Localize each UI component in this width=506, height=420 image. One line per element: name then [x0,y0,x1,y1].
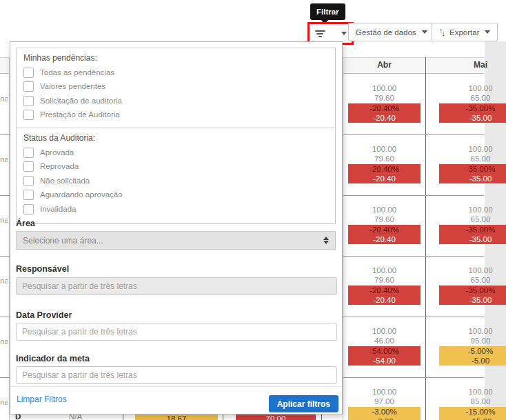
cell-value: -35.00% [439,164,506,174]
cell-value: -20.40% [348,286,421,295]
cell-value: -3.00 [348,417,421,420]
data-management-button[interactable]: Gestão de dados [348,23,435,41]
cell-value: 79.60 [343,214,425,224]
checkbox-aprovada[interactable]: Aprovada [23,147,328,158]
checkbox-nao-solicitada[interactable]: Não solicitada [23,175,328,186]
table-cell[interactable]: 100.0079.60-20.40%-20.40 [343,256,425,317]
column-header: Mai [427,60,506,70]
variance-badge: -20.40%-20.40 [348,286,421,305]
table-cell[interactable]: 100.0079.60-20.40%-20.40 [343,134,425,195]
checkbox[interactable] [23,176,34,186]
table-cell[interactable]: 100.0079.60-20.40%-20.40 [343,74,425,134]
table-cell[interactable]: 100.0095.00-5.00%-5.00 [427,317,506,377]
cell-value: 100.00 [427,387,506,397]
goal-indicator-label: Indicador da meta [16,354,90,363]
checkbox-valores-pendentes[interactable]: Valores pendentes [23,81,328,92]
table-cell[interactable]: 100.0065.00-35.00%-35.00 [427,74,506,134]
cell-value: -20.40 [348,174,421,183]
cell-value: 79.60 [343,154,425,163]
column-header: Abr [343,60,425,70]
cell-value: 100.00 [343,387,425,397]
row-label-fragment: na [0,94,8,103]
goal-indicator-input[interactable] [16,366,337,384]
row-label-fragment: na [0,216,8,225]
checkbox-invalidada[interactable]: Invalidada [23,203,328,214]
cell-value: 65.00 [427,154,506,163]
cell-value: 100.00 [427,83,506,93]
cell-value: -35.00 [439,174,506,183]
checkbox[interactable] [23,204,34,214]
table-cell[interactable]: 100.0046.00-54.00%-54.00 [343,317,425,377]
cell-value: -35.00% [439,225,506,234]
checkbox-solicitacao-de-auditoria[interactable]: Solicitação de auditoria [23,95,328,106]
filter-tooltip: Filtrar [310,3,345,20]
select-arrows-icon [323,237,329,244]
cell-value: 100.00 [343,83,425,93]
table-cell[interactable]: 100.0065.00-35.00%-35.00 [427,195,506,256]
checkbox[interactable] [23,110,34,120]
column-divider [425,57,426,420]
row-label-fragment: na [0,398,8,407]
data-management-label: Gestão de dados [356,28,416,37]
up-down-arrows-icon: ↑↓ [439,28,444,36]
variance-badge: -5.00%-5.00 [439,346,506,366]
cell-value: 100.00 [427,266,506,275]
responsible-input[interactable] [16,277,337,295]
group-title: Minhas pendências: [23,52,328,63]
export-button[interactable]: ↑↓ Exportar [432,23,498,41]
table-cell[interactable]: 100.0079.60-20.40%-20.40 [343,195,425,256]
variance-badge: -20.40%-20.40 [348,225,421,244]
cell-value: 79.60 [343,275,425,285]
filter-panel-footer: Limpar Filtros Aplicar filtros [10,386,342,414]
checkbox[interactable] [23,81,34,92]
data-provider-label: Data Provider [16,310,72,320]
variance-badge: -35.00%-35.00 [439,164,506,183]
cell-value: 100.00 [427,205,506,214]
checkbox[interactable] [23,96,34,106]
table-cell[interactable]: 100.0085.00-15.00%-15.00 [427,377,506,420]
chevron-down-icon [341,32,347,35]
cell-value: 95.00 [427,336,506,346]
audit-status-group: Status da Auditoria: Aprovada Reprovada … [16,128,336,224]
checkbox-prestacao-de-auditoria[interactable]: Prestação de Auditoria [23,110,328,121]
area-select[interactable]: Selecione uma área... [16,231,336,250]
data-provider-input[interactable] [16,323,337,341]
area-select-placeholder: Selecione uma área... [23,236,103,246]
cell-value: -35.00% [439,103,506,113]
cell-value: 65.00 [427,275,506,285]
clear-filters-link[interactable]: Limpar Filtros [17,394,67,404]
cell-value: -20.40 [348,113,421,123]
table-cell[interactable]: 100.0065.00-35.00%-35.00 [427,256,506,317]
cell-value: 100.00 [343,326,425,336]
chevron-down-icon [422,30,427,34]
area-label: Área [16,219,35,228]
cell-value: -3.00% [348,407,421,417]
checkbox[interactable] [23,68,34,78]
table-cell[interactable]: 100.0065.00-35.00%-35.00 [427,134,506,195]
checkbox-aguardando-aprovacao[interactable]: Aguardando aprovação [23,190,328,201]
row-label-fragment: na [0,337,8,346]
cell-value: -35.00 [439,295,506,305]
table-cell[interactable]: 100.0097.00-3.00%-3.00 [343,377,425,420]
cell-value: 100.00 [427,326,506,336]
variance-badge: -20.40%-20.40 [348,164,421,183]
checkbox-reprovada[interactable]: Reprovada [23,161,328,172]
variance-badge: -15.00%-15.00 [439,407,506,420]
checkbox[interactable] [23,148,34,158]
apply-filters-button[interactable]: Aplicar filtros [269,395,338,412]
variance-badge: -35.00%-35.00 [439,103,506,123]
checkbox[interactable] [23,161,34,172]
table-cell[interactable]: 18.67 [135,414,218,420]
cell-value: 100.00 [343,266,425,275]
cell-value: -20.40% [348,225,421,234]
cell-value: -15.00 [439,417,506,420]
table-cell[interactable]: 70.00 [236,414,316,420]
variance-badge: -35.00%-35.00 [439,286,506,305]
cell-value: 85.00 [427,397,506,406]
cell-value: 65.00 [427,214,506,224]
cell-value: 65.00 [427,93,506,103]
checkbox[interactable] [23,190,34,200]
export-label: Exportar [449,28,479,37]
cell-value: -5.00 [439,356,506,366]
checkbox-todas-as-pendencias[interactable]: Todas as pendências [23,67,328,78]
